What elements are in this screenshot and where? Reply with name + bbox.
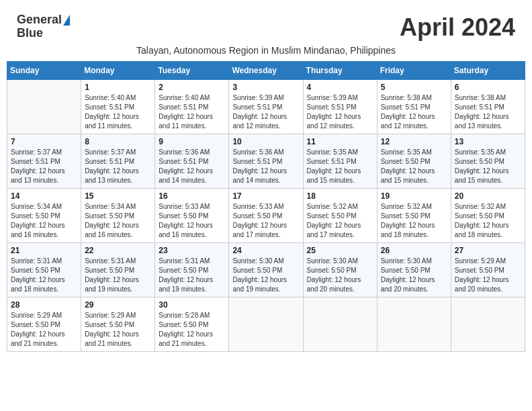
day-number: 2 — [159, 83, 225, 92]
calendar-day-cell: 30Sunrise: 5:28 AMSunset: 5:50 PMDayligh… — [155, 298, 229, 352]
calendar-day-cell: 17Sunrise: 5:33 AMSunset: 5:50 PMDayligh… — [229, 189, 303, 243]
day-info: Sunrise: 5:31 AMSunset: 5:50 PMDaylight:… — [85, 257, 151, 294]
day-info: Sunrise: 5:29 AMSunset: 5:50 PMDaylight:… — [11, 311, 77, 349]
calendar-week-row: 7Sunrise: 5:37 AMSunset: 5:51 PMDaylight… — [7, 134, 525, 189]
calendar-day-cell: 16Sunrise: 5:33 AMSunset: 5:50 PMDayligh… — [155, 189, 229, 243]
day-number: 13 — [455, 137, 521, 146]
logo-triangle-icon — [63, 15, 70, 26]
day-number: 3 — [232, 83, 299, 92]
calendar-day-cell: 15Sunrise: 5:34 AMSunset: 5:50 PMDayligh… — [81, 189, 155, 243]
day-number: 9 — [159, 137, 225, 146]
day-info: Sunrise: 5:40 AMSunset: 5:51 PMDaylight:… — [159, 93, 225, 131]
day-number: 25 — [307, 246, 373, 255]
day-number: 7 — [11, 137, 77, 146]
day-number: 1 — [85, 83, 151, 92]
day-number: 26 — [381, 246, 447, 255]
calendar-day-cell: 9Sunrise: 5:36 AMSunset: 5:51 PMDaylight… — [155, 134, 229, 189]
day-info: Sunrise: 5:35 AMSunset: 5:50 PMDaylight:… — [455, 148, 521, 185]
day-info: Sunrise: 5:37 AMSunset: 5:51 PMDaylight:… — [85, 148, 151, 185]
day-number: 18 — [307, 191, 373, 201]
day-info: Sunrise: 5:33 AMSunset: 5:50 PMDaylight:… — [232, 202, 299, 240]
day-number: 5 — [381, 83, 447, 92]
day-number: 10 — [232, 137, 299, 146]
day-number: 27 — [455, 246, 521, 255]
day-info: Sunrise: 5:28 AMSunset: 5:50 PMDaylight:… — [159, 311, 225, 349]
day-info: Sunrise: 5:34 AMSunset: 5:50 PMDaylight:… — [85, 202, 151, 240]
calendar-day-cell: 1Sunrise: 5:40 AMSunset: 5:51 PMDaylight… — [81, 80, 155, 134]
day-info: Sunrise: 5:30 AMSunset: 5:50 PMDaylight:… — [232, 257, 299, 294]
calendar-day-cell — [229, 298, 303, 352]
day-info: Sunrise: 5:29 AMSunset: 5:50 PMDaylight:… — [85, 311, 151, 349]
day-info: Sunrise: 5:32 AMSunset: 5:50 PMDaylight:… — [455, 202, 521, 240]
calendar-header-row: SundayMondayTuesdayWednesdayThursdayFrid… — [7, 62, 525, 80]
calendar-day-cell: 18Sunrise: 5:32 AMSunset: 5:50 PMDayligh… — [303, 189, 377, 243]
day-number: 24 — [232, 246, 299, 255]
day-info: Sunrise: 5:30 AMSunset: 5:50 PMDaylight:… — [307, 257, 373, 294]
calendar-day-cell: 4Sunrise: 5:39 AMSunset: 5:51 PMDaylight… — [303, 80, 377, 134]
day-number: 6 — [455, 83, 521, 92]
calendar-day-cell — [303, 298, 377, 352]
calendar-day-cell: 6Sunrise: 5:38 AMSunset: 5:51 PMDaylight… — [451, 80, 525, 134]
calendar-day-cell: 3Sunrise: 5:39 AMSunset: 5:51 PMDaylight… — [229, 80, 303, 134]
day-number: 29 — [85, 300, 151, 310]
day-number: 30 — [159, 300, 225, 310]
day-number: 21 — [11, 246, 77, 255]
day-info: Sunrise: 5:34 AMSunset: 5:50 PMDaylight:… — [11, 202, 77, 240]
calendar-body: 1Sunrise: 5:40 AMSunset: 5:51 PMDaylight… — [7, 80, 525, 352]
calendar-day-cell: 19Sunrise: 5:32 AMSunset: 5:50 PMDayligh… — [377, 189, 451, 243]
day-info: Sunrise: 5:40 AMSunset: 5:51 PMDaylight:… — [85, 93, 151, 131]
logo: General Blue — [17, 13, 70, 40]
weekday-header-friday: Friday — [377, 62, 451, 80]
day-number: 19 — [381, 191, 447, 201]
day-info: Sunrise: 5:32 AMSunset: 5:50 PMDaylight:… — [307, 202, 373, 240]
calendar-day-cell: 10Sunrise: 5:36 AMSunset: 5:51 PMDayligh… — [229, 134, 303, 189]
calendar-day-cell — [377, 298, 451, 352]
calendar-day-cell: 26Sunrise: 5:30 AMSunset: 5:50 PMDayligh… — [377, 243, 451, 298]
day-info: Sunrise: 5:38 AMSunset: 5:51 PMDaylight:… — [381, 93, 447, 131]
day-number: 22 — [85, 246, 151, 255]
logo-blue-text: Blue — [17, 27, 43, 40]
day-info: Sunrise: 5:35 AMSunset: 5:51 PMDaylight:… — [307, 148, 373, 185]
weekday-header-sunday: Sunday — [7, 62, 81, 80]
day-info: Sunrise: 5:32 AMSunset: 5:50 PMDaylight:… — [381, 202, 447, 240]
calendar-day-cell: 21Sunrise: 5:31 AMSunset: 5:50 PMDayligh… — [7, 243, 81, 298]
calendar-day-cell: 2Sunrise: 5:40 AMSunset: 5:51 PMDaylight… — [155, 80, 229, 134]
calendar-day-cell: 14Sunrise: 5:34 AMSunset: 5:50 PMDayligh… — [7, 189, 81, 243]
calendar-day-cell: 22Sunrise: 5:31 AMSunset: 5:50 PMDayligh… — [81, 243, 155, 298]
calendar-day-cell: 27Sunrise: 5:29 AMSunset: 5:50 PMDayligh… — [451, 243, 525, 298]
day-info: Sunrise: 5:33 AMSunset: 5:50 PMDaylight:… — [159, 202, 225, 240]
day-info: Sunrise: 5:30 AMSunset: 5:50 PMDaylight:… — [381, 257, 447, 294]
weekday-header-tuesday: Tuesday — [155, 62, 229, 80]
calendar-day-cell — [451, 298, 525, 352]
day-number: 20 — [455, 191, 521, 201]
page-header: General Blue April 2024 — [7, 7, 525, 45]
calendar-week-row: 14Sunrise: 5:34 AMSunset: 5:50 PMDayligh… — [7, 189, 525, 243]
month-title: April 2024 — [400, 13, 515, 42]
day-info: Sunrise: 5:39 AMSunset: 5:51 PMDaylight:… — [307, 93, 373, 131]
day-info: Sunrise: 5:31 AMSunset: 5:50 PMDaylight:… — [11, 257, 77, 294]
calendar-day-cell: 23Sunrise: 5:31 AMSunset: 5:50 PMDayligh… — [155, 243, 229, 298]
weekday-header-thursday: Thursday — [303, 62, 377, 80]
weekday-header-wednesday: Wednesday — [229, 62, 303, 80]
calendar-day-cell: 13Sunrise: 5:35 AMSunset: 5:50 PMDayligh… — [451, 134, 525, 189]
day-number: 4 — [307, 83, 373, 92]
day-number: 15 — [85, 191, 151, 201]
day-info: Sunrise: 5:36 AMSunset: 5:51 PMDaylight:… — [232, 148, 299, 185]
calendar-day-cell — [7, 80, 81, 134]
day-info: Sunrise: 5:35 AMSunset: 5:50 PMDaylight:… — [381, 148, 447, 185]
day-number: 14 — [11, 191, 77, 201]
day-number: 16 — [159, 191, 225, 201]
day-info: Sunrise: 5:37 AMSunset: 5:51 PMDaylight:… — [11, 148, 77, 185]
calendar-week-row: 1Sunrise: 5:40 AMSunset: 5:51 PMDaylight… — [7, 80, 525, 134]
calendar-day-cell: 7Sunrise: 5:37 AMSunset: 5:51 PMDaylight… — [7, 134, 81, 189]
day-number: 11 — [307, 137, 373, 146]
day-number: 28 — [11, 300, 77, 310]
calendar-day-cell: 5Sunrise: 5:38 AMSunset: 5:51 PMDaylight… — [377, 80, 451, 134]
calendar-week-row: 21Sunrise: 5:31 AMSunset: 5:50 PMDayligh… — [7, 243, 525, 298]
calendar-day-cell: 25Sunrise: 5:30 AMSunset: 5:50 PMDayligh… — [303, 243, 377, 298]
weekday-header-saturday: Saturday — [451, 62, 525, 80]
calendar-day-cell: 12Sunrise: 5:35 AMSunset: 5:50 PMDayligh… — [377, 134, 451, 189]
day-number: 23 — [159, 246, 225, 255]
calendar-subtitle: Talayan, Autonomous Region in Muslim Min… — [7, 45, 525, 56]
calendar-day-cell: 8Sunrise: 5:37 AMSunset: 5:51 PMDaylight… — [81, 134, 155, 189]
